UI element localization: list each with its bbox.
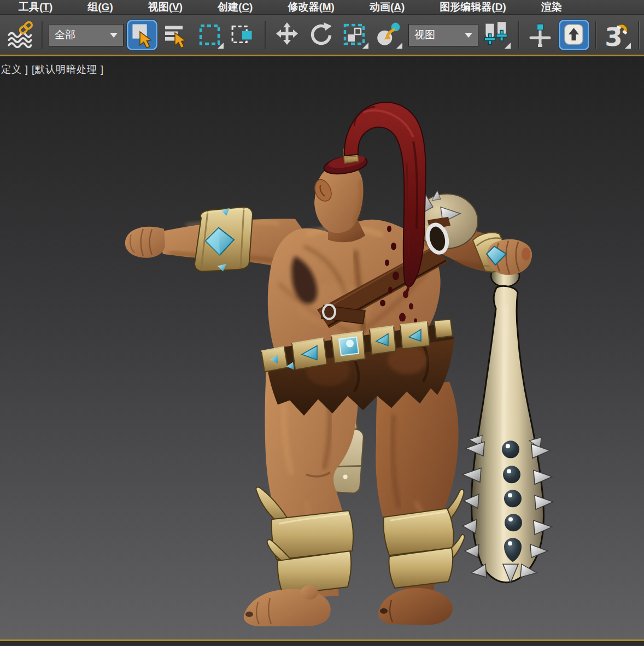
- select-and-manipulate-button[interactable]: [525, 20, 555, 50]
- menu-shortcut: V: [172, 1, 179, 13]
- toolbar-separator: [265, 21, 266, 49]
- menu-item-views[interactable]: 视图(V): [148, 0, 183, 14]
- menu-item-create[interactable]: 创建(C): [218, 0, 253, 14]
- keyboard-override-icon: [561, 22, 587, 48]
- menu-shortcut: M: [323, 1, 331, 13]
- menu-label: ): [109, 1, 113, 13]
- menu-label: 组(: [87, 1, 101, 13]
- menu-label: 创建(: [218, 1, 242, 13]
- bottom-strip: [0, 641, 644, 645]
- flyout-corner-icon: [625, 43, 631, 49]
- viewport[interactable]: 定义 ] [默认明暗处理 ]: [0, 56, 644, 639]
- keyboard-shortcut-override-toggle-button[interactable]: [559, 20, 589, 50]
- menu-item-group[interactable]: 组(G): [87, 0, 113, 14]
- toolbar-separator: [638, 21, 640, 49]
- move-icon: [274, 22, 300, 48]
- menu-item-rendering[interactable]: 渲染: [541, 0, 562, 14]
- main-toolbar: 全部: [0, 15, 644, 55]
- flyout-corner-icon: [362, 43, 368, 49]
- reference-coordinate-system-dropdown[interactable]: 视图: [408, 24, 478, 46]
- left-wrist-bracer: [195, 207, 253, 272]
- menu-bar: 工具(T) 组(G) 视图(V) 创建(C) 修改器(M) 动画(A) 图形编辑…: [0, 0, 644, 15]
- flyout-corner-icon: [396, 43, 402, 49]
- select-and-rotate-button[interactable]: [306, 20, 336, 50]
- menu-label: ): [249, 1, 253, 13]
- menu-label: ): [49, 1, 52, 13]
- select-object-button[interactable]: [127, 20, 157, 50]
- toolbar-separator: [42, 21, 43, 49]
- toolbar-separator: [518, 21, 519, 49]
- selection-filter-dropdown[interactable]: 全部: [49, 24, 124, 46]
- rectangular-selection-region-button[interactable]: [195, 20, 225, 50]
- menu-label: 动画(: [370, 1, 394, 13]
- menu-label: 图形编辑器(: [440, 1, 495, 13]
- window-crossing-icon: [230, 21, 257, 49]
- rotate-icon: [308, 22, 334, 48]
- menu-item-modifiers[interactable]: 修改器(M): [288, 0, 334, 14]
- scene-3d-character-model[interactable]: [0, 56, 644, 639]
- menu-item-tools[interactable]: 工具(T): [19, 0, 52, 14]
- flyout-corner-icon: [218, 43, 224, 49]
- menu-item-animation[interactable]: 动画(A): [370, 0, 405, 14]
- bind-to-space-warp-button[interactable]: [5, 20, 36, 50]
- bind-to-space-warp-icon: [7, 21, 34, 49]
- select-and-scale-button[interactable]: [339, 20, 370, 50]
- menu-shortcut: G: [102, 1, 110, 13]
- selection-filter-value: 全部: [55, 28, 75, 42]
- menu-label: 渲染: [541, 1, 562, 13]
- menu-label: ): [502, 1, 506, 13]
- select-object-icon: [129, 22, 155, 48]
- flyout-corner-icon: [505, 43, 511, 49]
- menu-shortcut: A: [394, 1, 401, 13]
- viewport-shading-label[interactable]: 定义 ] [默认明暗处理 ]: [1, 63, 104, 76]
- chevron-down-icon: [465, 33, 472, 38]
- select-and-move-button[interactable]: [272, 20, 302, 50]
- menu-label: ): [179, 1, 183, 13]
- chevron-down-icon: [110, 33, 118, 38]
- menu-shortcut: D: [495, 1, 503, 13]
- menu-label: ): [401, 1, 405, 13]
- menu-label: 工具(: [19, 1, 43, 13]
- menu-label: ): [331, 1, 335, 13]
- menu-label: 修改器(: [288, 1, 322, 13]
- select-and-place-button[interactable]: [373, 20, 404, 50]
- menu-label: 视图(: [148, 1, 172, 13]
- coordinate-system-value: 视图: [414, 28, 435, 42]
- select-by-name-icon: [163, 22, 189, 48]
- snap-toggle-3d-button[interactable]: 3: [602, 20, 633, 50]
- toolbar-separator: [595, 21, 596, 49]
- use-pivot-point-center-button[interactable]: [482, 20, 512, 50]
- menu-item-graph-editors[interactable]: 图形编辑器(D): [440, 0, 506, 14]
- menu-shortcut: T: [43, 1, 49, 13]
- manipulate-icon: [527, 22, 553, 48]
- window-crossing-toggle-button[interactable]: [229, 20, 259, 50]
- select-by-name-button[interactable]: [161, 20, 191, 50]
- menu-shortcut: C: [242, 1, 249, 13]
